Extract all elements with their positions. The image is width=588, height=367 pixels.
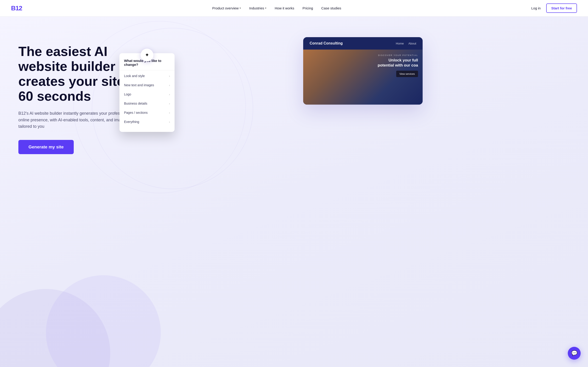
- mock-site-hero-area: DISCOVER YOUR POTENTIAL Unlock your full…: [303, 50, 423, 105]
- nav-link-industries[interactable]: Industries ▾: [249, 6, 267, 10]
- brand-logo[interactable]: B12: [11, 5, 22, 12]
- chevron-right-icon: ›: [169, 120, 170, 124]
- nav-right: Log in Start for free: [531, 3, 577, 13]
- start-for-free-button[interactable]: Start for free: [546, 3, 577, 13]
- mock-site-headline: Unlock your full potential with our coa: [372, 58, 418, 68]
- chat-bubble-button[interactable]: 💬: [568, 347, 581, 360]
- nav-item-case-studies[interactable]: Case studies: [321, 6, 341, 10]
- popup-item-logo[interactable]: Logo ›: [120, 90, 174, 99]
- mock-site-hero-text: DISCOVER YOUR POTENTIAL Unlock your full…: [372, 54, 418, 77]
- chat-icon: 💬: [571, 350, 578, 356]
- popup-item-everything[interactable]: Everything ›: [120, 117, 174, 126]
- nav-links: Product overview ▾ Industries ▾ How it w…: [212, 6, 341, 10]
- deco-circle-large: [0, 289, 110, 367]
- nav-item-product[interactable]: Product overview ▾: [212, 6, 241, 10]
- chevron-right-icon: ›: [169, 74, 170, 78]
- hero-right: ✦ What would you like to change? Look an…: [156, 30, 570, 145]
- nav-link-product[interactable]: Product overview ▾: [212, 6, 241, 10]
- popup-item-look[interactable]: Look and style ›: [120, 71, 174, 81]
- mock-view-services-button[interactable]: View services: [396, 71, 418, 77]
- login-link[interactable]: Log in: [531, 6, 541, 10]
- chevron-down-icon: ▾: [240, 7, 241, 10]
- popup-item-business[interactable]: Business details ›: [120, 99, 174, 108]
- nav-item-how[interactable]: How it works: [275, 6, 294, 10]
- chevron-right-icon: ›: [169, 111, 170, 115]
- popup-item-text-images[interactable]: New text and images ›: [120, 81, 174, 90]
- mock-site-nav: Home About: [396, 42, 416, 45]
- mock-site-logo: Conrad Consulting: [310, 41, 343, 45]
- nav-link-how[interactable]: How it works: [275, 6, 294, 10]
- sparkle-icon: ✦: [145, 52, 149, 58]
- chevron-right-icon: ›: [169, 83, 170, 87]
- chevron-down-icon: ▾: [265, 7, 267, 10]
- nav-item-industries[interactable]: Industries ▾: [249, 6, 267, 10]
- mock-site-header: Conrad Consulting Home About: [303, 37, 423, 50]
- chevron-right-icon: ›: [169, 93, 170, 96]
- mock-popup-card: ✦ What would you like to change? Look an…: [120, 53, 174, 132]
- chevron-right-icon: ›: [169, 102, 170, 105]
- popup-item-pages[interactable]: Pages / sections ›: [120, 108, 174, 117]
- navbar: B12 Product overview ▾ Industries ▾ How …: [0, 0, 588, 17]
- nav-link-pricing[interactable]: Pricing: [303, 6, 313, 10]
- mock-discover-label: DISCOVER YOUR POTENTIAL: [372, 54, 418, 56]
- nav-link-case-studies[interactable]: Case studies: [321, 6, 341, 10]
- hero-section: The easiest AI website builder creates y…: [0, 17, 588, 367]
- generate-my-site-button[interactable]: Generate my site: [18, 140, 74, 154]
- mock-browser-card: Conrad Consulting Home About DISCOVER YO…: [303, 37, 423, 105]
- wand-icon-circle: ✦: [141, 49, 153, 61]
- nav-item-pricing[interactable]: Pricing: [303, 6, 313, 10]
